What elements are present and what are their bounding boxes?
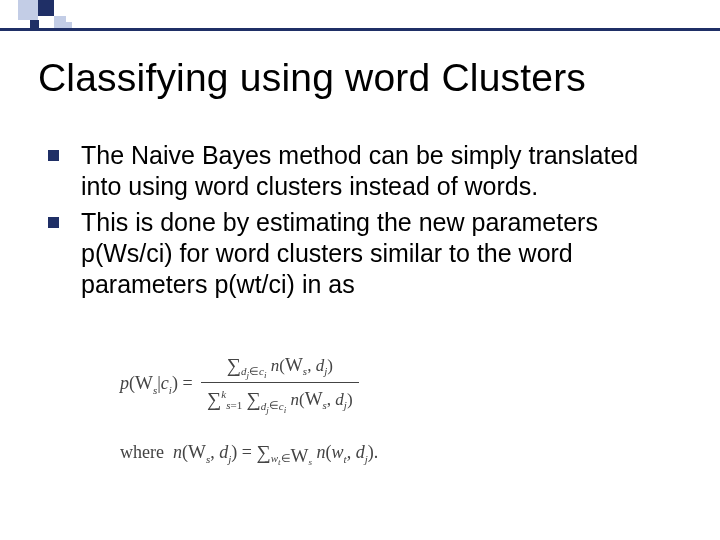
slide-body: The Naive Bayes method can be simply tra… xyxy=(48,140,678,304)
slide-corner-decoration xyxy=(0,0,720,42)
square-bullet-icon xyxy=(48,217,59,228)
square-bullet-icon xyxy=(48,150,59,161)
formula-where: where n(Ws, dj) = ∑wt∈Ws n(wt, dj). xyxy=(120,440,640,468)
bullet-text: The Naive Bayes method can be simply tra… xyxy=(81,140,678,203)
bullet-text: This is done by estimating the new param… xyxy=(81,207,678,301)
where-label: where xyxy=(120,442,164,462)
formula-main: p(Ws|ci) = ∑dj∈ci n(Ws, dj) ∑ks=1 ∑dj∈ci… xyxy=(120,350,640,418)
formula-block: p(Ws|ci) = ∑dj∈ci n(Ws, dj) ∑ks=1 ∑dj∈ci… xyxy=(120,350,640,468)
list-item: This is done by estimating the new param… xyxy=(48,207,678,301)
slide-title: Classifying using word Clusters xyxy=(38,56,586,100)
list-item: The Naive Bayes method can be simply tra… xyxy=(48,140,678,203)
